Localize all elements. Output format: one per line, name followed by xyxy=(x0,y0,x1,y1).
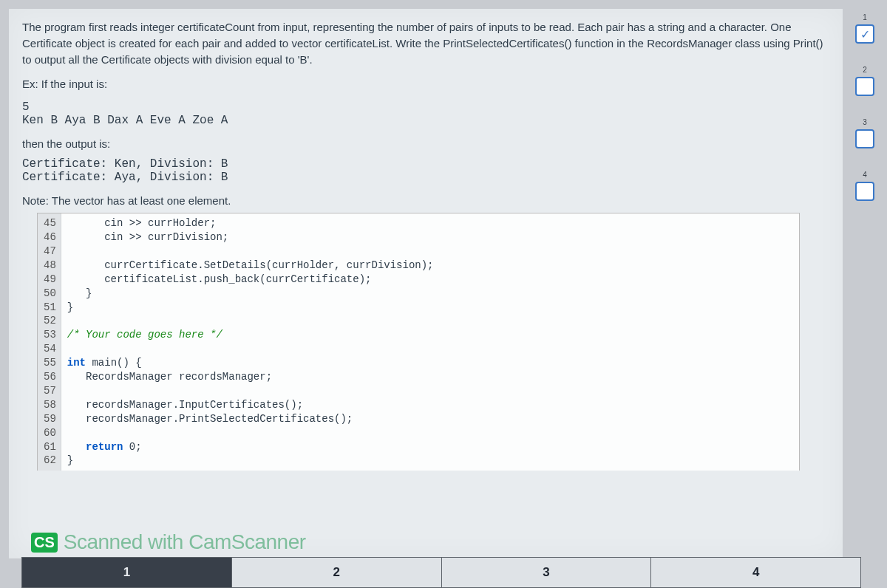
code-editor: 45 46 47 48 49 50 51 52 53 54 55 56 57 5… xyxy=(37,213,800,471)
watermark: CS Scanned with CamScanner xyxy=(31,530,306,554)
progress-step-3[interactable]: 3 xyxy=(855,118,874,148)
progress-sidebar: 1 ✓ 2 3 4 xyxy=(850,13,880,201)
code-content: cin >> currHolder; cin >> currDivision; … xyxy=(61,213,799,471)
then-label: then the output is: xyxy=(22,137,829,150)
example-input-line1: 5 xyxy=(22,100,30,114)
nav-page-2[interactable]: 2 xyxy=(231,557,442,588)
step-number: 4 xyxy=(863,171,867,179)
example-input: 5 Ken B Aya B Dax A Eve A Zoe A xyxy=(22,100,829,127)
step-number: 3 xyxy=(863,118,867,126)
example-input-line2: Ken B Aya B Dax A Eve A Zoe A xyxy=(22,114,228,127)
camscanner-text: Scanned with CamScanner xyxy=(64,530,306,554)
example-label: Ex: If the input is: xyxy=(22,78,829,90)
document-page: The program first reads integer certific… xyxy=(9,9,843,558)
empty-checkbox-icon xyxy=(855,182,874,201)
nav-page-4[interactable]: 4 xyxy=(650,557,861,588)
nav-page-3[interactable]: 3 xyxy=(441,557,652,588)
progress-step-4[interactable]: 4 xyxy=(855,171,874,201)
line-number-gutter: 45 46 47 48 49 50 51 52 53 54 55 56 57 5… xyxy=(38,213,61,471)
nav-page-1[interactable]: 1 xyxy=(21,557,232,588)
example-output-line1: Certificate: Ken, Division: B xyxy=(22,157,228,171)
empty-checkbox-icon xyxy=(855,77,874,96)
note-text: Note: The vector has at least one elemen… xyxy=(22,194,829,207)
progress-step-2[interactable]: 2 xyxy=(855,66,874,96)
camscanner-badge: CS xyxy=(31,533,58,553)
empty-checkbox-icon xyxy=(855,129,874,148)
step-number: 2 xyxy=(863,66,867,74)
progress-step-1[interactable]: 1 ✓ xyxy=(855,13,874,44)
example-output-line2: Certificate: Aya, Division: B xyxy=(22,171,228,184)
check-icon: ✓ xyxy=(855,24,874,44)
page-navigation: 1 2 3 4 xyxy=(22,557,861,588)
example-output: Certificate: Ken, Division: B Certificat… xyxy=(22,157,829,184)
problem-description: The program first reads integer certific… xyxy=(22,19,829,67)
step-number: 1 xyxy=(863,13,867,21)
